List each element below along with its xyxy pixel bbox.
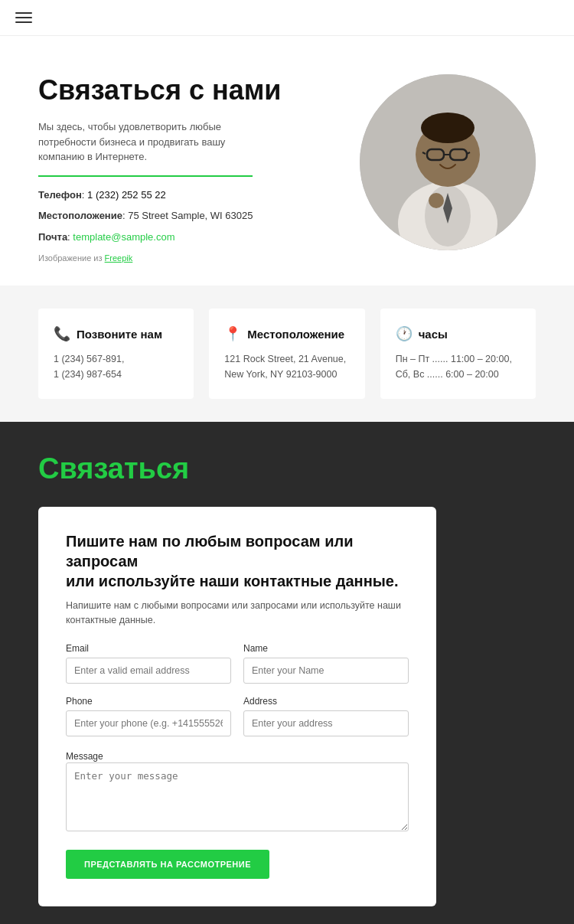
message-textarea[interactable] bbox=[66, 762, 409, 831]
hamburger-icon[interactable] bbox=[15, 12, 32, 23]
info-card-phone-body: 1 (234) 567-891,1 (234) 987-654 bbox=[54, 351, 178, 382]
location-icon: 📍 bbox=[224, 325, 241, 342]
info-card-location-title: Местоположение bbox=[247, 328, 344, 341]
form-group-message: Message bbox=[66, 749, 409, 834]
submit-button[interactable]: ПРЕДСТАВЛЯТЬ НА РАССМОТРЕНИЕ bbox=[66, 850, 269, 879]
hero-image bbox=[360, 74, 536, 250]
hero-text-block: Связаться с нами Мы здесь, чтобы удовлет… bbox=[38, 74, 283, 263]
phone-input[interactable] bbox=[66, 710, 231, 736]
form-row-email-name: Email Name bbox=[66, 643, 409, 684]
hero-section: Связаться с нами Мы здесь, чтобы удовлет… bbox=[0, 36, 574, 286]
info-cards-section: 📞 Позвоните нам 1 (234) 567-891,1 (234) … bbox=[0, 286, 574, 422]
name-input[interactable] bbox=[243, 658, 409, 684]
info-card-hours: 🕐 часы Пн – Пт ...... 11:00 – 20:00, Сб,… bbox=[380, 309, 536, 399]
info-card-phone-header: 📞 Позвоните нам bbox=[54, 325, 178, 342]
hero-description: Мы здесь, чтобы удовлетворить любые потр… bbox=[38, 119, 253, 177]
address-input[interactable] bbox=[243, 710, 409, 736]
form-row-phone-address: Phone Address bbox=[66, 696, 409, 736]
email-input[interactable] bbox=[66, 658, 231, 684]
contact-form-card: Пишите нам по любым вопросам или запроса… bbox=[38, 507, 436, 906]
info-card-location-body: 121 Rock Street, 21 Avenue, New York, NY… bbox=[224, 351, 349, 382]
form-group-name: Name bbox=[243, 643, 409, 684]
clock-icon: 🕐 bbox=[396, 325, 413, 342]
hero-location: Местоположение: 75 Street Sample, WI 630… bbox=[38, 208, 283, 224]
info-card-location-header: 📍 Местоположение bbox=[224, 325, 349, 342]
svg-point-11 bbox=[429, 193, 444, 208]
hero-phone-link[interactable]: 1 (232) 252 55 22 bbox=[87, 189, 166, 201]
info-card-phone: 📞 Позвоните нам 1 (234) 567-891,1 (234) … bbox=[38, 309, 194, 399]
info-card-location: 📍 Местоположение 121 Rock Street, 21 Ave… bbox=[209, 309, 364, 399]
freepik-link[interactable]: Freepik bbox=[105, 253, 133, 263]
form-subtext: Напишите нам с любыми вопросами или запр… bbox=[66, 599, 409, 628]
form-group-address: Address bbox=[243, 696, 409, 736]
info-card-hours-body: Пн – Пт ...... 11:00 – 20:00, Сб, Вс ...… bbox=[396, 351, 520, 382]
form-group-email: Email bbox=[66, 643, 231, 684]
site-header bbox=[0, 0, 574, 36]
form-heading: Пишите нам по любым вопросам или запроса… bbox=[66, 531, 409, 591]
hero-phone: Телефон: 1 (232) 252 55 22 bbox=[38, 188, 283, 203]
phone-icon: 📞 bbox=[54, 325, 70, 342]
hero-title: Связаться с нами bbox=[38, 74, 283, 106]
form-group-phone: Phone bbox=[66, 696, 231, 736]
hero-email: Почта: template@sample.com bbox=[38, 230, 283, 245]
freepik-attribution: Изображение из Freepik bbox=[38, 253, 283, 263]
address-label: Address bbox=[243, 696, 409, 707]
svg-point-5 bbox=[421, 113, 475, 143]
email-label: Email bbox=[66, 643, 231, 654]
phone-label: Phone bbox=[66, 696, 231, 707]
name-label: Name bbox=[243, 643, 409, 654]
info-card-phone-title: Позвоните нам bbox=[77, 328, 162, 341]
contact-section: Связаться Пишите нам по любым вопросам и… bbox=[0, 422, 574, 924]
contact-title: Связаться bbox=[38, 452, 536, 485]
info-card-hours-title: часы bbox=[419, 328, 448, 341]
info-card-hours-header: 🕐 часы bbox=[396, 325, 520, 342]
message-label: Message bbox=[66, 751, 103, 762]
hero-email-link[interactable]: template@sample.com bbox=[73, 231, 174, 243]
